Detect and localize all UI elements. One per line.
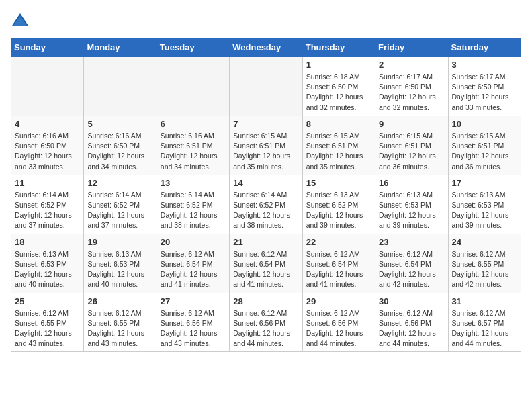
day-info: Sunrise: 6:12 AMSunset: 6:56 PMDaylight:… bbox=[233, 308, 298, 349]
day-number: 22 bbox=[306, 237, 371, 247]
calendar-cell: 1Sunrise: 6:18 AMSunset: 6:50 PMDaylight… bbox=[302, 57, 375, 116]
day-number: 1 bbox=[306, 60, 371, 70]
day-info: Sunrise: 6:12 AMSunset: 6:54 PMDaylight:… bbox=[379, 249, 444, 290]
weekday-header-thursday: Thursday bbox=[302, 38, 375, 57]
calendar-cell: 10Sunrise: 6:15 AMSunset: 6:51 PMDayligh… bbox=[448, 116, 521, 175]
day-info: Sunrise: 6:14 AMSunset: 6:52 PMDaylight:… bbox=[87, 190, 152, 231]
day-info: Sunrise: 6:12 AMSunset: 6:55 PMDaylight:… bbox=[87, 308, 152, 349]
weekday-header-friday: Friday bbox=[375, 38, 448, 57]
day-number: 3 bbox=[452, 60, 517, 70]
calendar-cell: 3Sunrise: 6:17 AMSunset: 6:50 PMDaylight… bbox=[448, 57, 521, 116]
calendar-cell: 30Sunrise: 6:12 AMSunset: 6:56 PMDayligh… bbox=[375, 293, 448, 352]
calendar-cell: 18Sunrise: 6:13 AMSunset: 6:53 PMDayligh… bbox=[11, 234, 84, 293]
calendar-cell: 2Sunrise: 6:17 AMSunset: 6:50 PMDaylight… bbox=[375, 57, 448, 116]
day-info: Sunrise: 6:12 AMSunset: 6:55 PMDaylight:… bbox=[452, 249, 517, 290]
calendar-cell: 25Sunrise: 6:12 AMSunset: 6:55 PMDayligh… bbox=[11, 293, 84, 352]
day-number: 4 bbox=[15, 119, 80, 129]
weekday-header-tuesday: Tuesday bbox=[157, 38, 229, 57]
day-number: 18 bbox=[15, 237, 80, 247]
day-number: 30 bbox=[379, 296, 444, 306]
day-number: 8 bbox=[306, 119, 371, 129]
calendar-cell bbox=[157, 57, 229, 116]
calendar-cell: 14Sunrise: 6:14 AMSunset: 6:52 PMDayligh… bbox=[230, 175, 302, 234]
calendar-table: SundayMondayTuesdayWednesdayThursdayFrid… bbox=[11, 38, 521, 352]
calendar-cell: 27Sunrise: 6:12 AMSunset: 6:56 PMDayligh… bbox=[157, 293, 229, 352]
calendar-cell: 6Sunrise: 6:16 AMSunset: 6:51 PMDaylight… bbox=[157, 116, 229, 175]
calendar-cell: 11Sunrise: 6:14 AMSunset: 6:52 PMDayligh… bbox=[11, 175, 84, 234]
day-number: 26 bbox=[87, 296, 152, 306]
day-info: Sunrise: 6:13 AMSunset: 6:53 PMDaylight:… bbox=[15, 249, 80, 290]
calendar-cell: 31Sunrise: 6:12 AMSunset: 6:57 PMDayligh… bbox=[448, 293, 521, 352]
logo bbox=[11, 11, 32, 30]
day-number: 28 bbox=[233, 296, 298, 306]
day-info: Sunrise: 6:13 AMSunset: 6:53 PMDaylight:… bbox=[87, 249, 152, 290]
weekday-header-monday: Monday bbox=[84, 38, 157, 57]
calendar-cell: 7Sunrise: 6:15 AMSunset: 6:51 PMDaylight… bbox=[230, 116, 302, 175]
calendar-cell: 15Sunrise: 6:13 AMSunset: 6:52 PMDayligh… bbox=[302, 175, 375, 234]
calendar-cell: 22Sunrise: 6:12 AMSunset: 6:54 PMDayligh… bbox=[302, 234, 375, 293]
day-info: Sunrise: 6:18 AMSunset: 6:50 PMDaylight:… bbox=[306, 72, 371, 113]
day-number: 11 bbox=[15, 178, 80, 188]
day-info: Sunrise: 6:13 AMSunset: 6:53 PMDaylight:… bbox=[379, 190, 444, 231]
day-number: 21 bbox=[233, 237, 298, 247]
day-number: 6 bbox=[161, 119, 226, 129]
day-info: Sunrise: 6:16 AMSunset: 6:51 PMDaylight:… bbox=[161, 131, 226, 172]
day-info: Sunrise: 6:15 AMSunset: 6:51 PMDaylight:… bbox=[452, 131, 517, 172]
calendar-cell: 19Sunrise: 6:13 AMSunset: 6:53 PMDayligh… bbox=[84, 234, 157, 293]
calendar-cell bbox=[84, 57, 157, 116]
day-number: 24 bbox=[452, 237, 517, 247]
day-info: Sunrise: 6:15 AMSunset: 6:51 PMDaylight:… bbox=[306, 131, 371, 172]
day-info: Sunrise: 6:12 AMSunset: 6:54 PMDaylight:… bbox=[161, 249, 226, 290]
day-info: Sunrise: 6:13 AMSunset: 6:52 PMDaylight:… bbox=[306, 190, 371, 231]
calendar-cell bbox=[230, 57, 302, 116]
day-number: 16 bbox=[379, 178, 444, 188]
day-number: 10 bbox=[452, 119, 517, 129]
day-info: Sunrise: 6:14 AMSunset: 6:52 PMDaylight:… bbox=[15, 190, 80, 231]
calendar-cell: 20Sunrise: 6:12 AMSunset: 6:54 PMDayligh… bbox=[157, 234, 229, 293]
calendar-cell: 12Sunrise: 6:14 AMSunset: 6:52 PMDayligh… bbox=[84, 175, 157, 234]
day-number: 23 bbox=[379, 237, 444, 247]
day-number: 7 bbox=[233, 119, 298, 129]
day-info: Sunrise: 6:12 AMSunset: 6:57 PMDaylight:… bbox=[452, 308, 517, 349]
day-info: Sunrise: 6:17 AMSunset: 6:50 PMDaylight:… bbox=[452, 72, 517, 113]
day-info: Sunrise: 6:12 AMSunset: 6:56 PMDaylight:… bbox=[161, 308, 226, 349]
day-info: Sunrise: 6:12 AMSunset: 6:54 PMDaylight:… bbox=[306, 249, 371, 290]
day-info: Sunrise: 6:12 AMSunset: 6:55 PMDaylight:… bbox=[15, 308, 80, 349]
page-header bbox=[11, 11, 521, 30]
day-info: Sunrise: 6:14 AMSunset: 6:52 PMDaylight:… bbox=[161, 190, 226, 231]
calendar-cell: 28Sunrise: 6:12 AMSunset: 6:56 PMDayligh… bbox=[230, 293, 302, 352]
day-info: Sunrise: 6:15 AMSunset: 6:51 PMDaylight:… bbox=[379, 131, 444, 172]
calendar-cell bbox=[11, 57, 84, 116]
day-info: Sunrise: 6:13 AMSunset: 6:53 PMDaylight:… bbox=[452, 190, 517, 231]
day-info: Sunrise: 6:15 AMSunset: 6:51 PMDaylight:… bbox=[233, 131, 298, 172]
day-number: 19 bbox=[87, 237, 152, 247]
calendar-cell: 5Sunrise: 6:16 AMSunset: 6:50 PMDaylight… bbox=[84, 116, 157, 175]
day-number: 13 bbox=[161, 178, 226, 188]
day-info: Sunrise: 6:16 AMSunset: 6:50 PMDaylight:… bbox=[87, 131, 152, 172]
calendar-cell: 13Sunrise: 6:14 AMSunset: 6:52 PMDayligh… bbox=[157, 175, 229, 234]
day-info: Sunrise: 6:12 AMSunset: 6:56 PMDaylight:… bbox=[379, 308, 444, 349]
day-number: 2 bbox=[379, 60, 444, 70]
weekday-header-sunday: Sunday bbox=[11, 38, 84, 57]
calendar-cell: 26Sunrise: 6:12 AMSunset: 6:55 PMDayligh… bbox=[84, 293, 157, 352]
calendar-cell: 21Sunrise: 6:12 AMSunset: 6:54 PMDayligh… bbox=[230, 234, 302, 293]
day-number: 15 bbox=[306, 178, 371, 188]
day-number: 20 bbox=[161, 237, 226, 247]
calendar-cell: 9Sunrise: 6:15 AMSunset: 6:51 PMDaylight… bbox=[375, 116, 448, 175]
calendar-cell: 29Sunrise: 6:12 AMSunset: 6:56 PMDayligh… bbox=[302, 293, 375, 352]
weekday-header-wednesday: Wednesday bbox=[230, 38, 302, 57]
day-number: 29 bbox=[306, 296, 371, 306]
day-info: Sunrise: 6:12 AMSunset: 6:56 PMDaylight:… bbox=[306, 308, 371, 349]
day-number: 25 bbox=[15, 296, 80, 306]
calendar-cell: 17Sunrise: 6:13 AMSunset: 6:53 PMDayligh… bbox=[448, 175, 521, 234]
logo-icon bbox=[11, 11, 30, 30]
day-info: Sunrise: 6:16 AMSunset: 6:50 PMDaylight:… bbox=[15, 131, 80, 172]
calendar-cell: 16Sunrise: 6:13 AMSunset: 6:53 PMDayligh… bbox=[375, 175, 448, 234]
day-number: 5 bbox=[87, 119, 152, 129]
day-number: 31 bbox=[452, 296, 517, 306]
day-number: 14 bbox=[233, 178, 298, 188]
calendar-cell: 23Sunrise: 6:12 AMSunset: 6:54 PMDayligh… bbox=[375, 234, 448, 293]
calendar-cell: 4Sunrise: 6:16 AMSunset: 6:50 PMDaylight… bbox=[11, 116, 84, 175]
day-number: 9 bbox=[379, 119, 444, 129]
day-info: Sunrise: 6:12 AMSunset: 6:54 PMDaylight:… bbox=[233, 249, 298, 290]
